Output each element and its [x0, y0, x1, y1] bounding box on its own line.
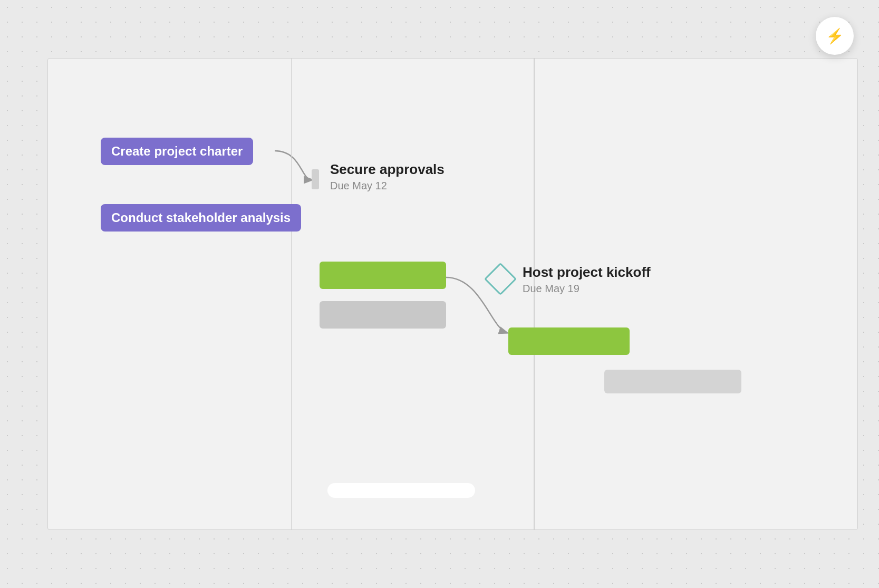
lightning-icon: ⚡: [826, 27, 844, 45]
task-create-charter[interactable]: Create project charter: [101, 138, 253, 165]
column-divider-1: [291, 59, 292, 529]
milestone-marker-approvals: [312, 169, 319, 189]
task-secure-approvals: Secure approvals Due May 12: [330, 161, 445, 192]
arrow-charter-to-approvals: [275, 151, 312, 180]
green-bar-1[interactable]: [320, 262, 446, 289]
arrows-layer: [48, 59, 857, 529]
gantt-canvas: Create project charter Conduct stakehold…: [47, 58, 858, 530]
task-host-kickoff: Host project kickoff Due May 19: [523, 264, 651, 295]
milestone-diamond-kickoff: [484, 263, 517, 295]
gray-bar-1[interactable]: [320, 301, 446, 329]
secure-approvals-due: Due May 12: [330, 180, 445, 192]
task-conduct-analysis[interactable]: Conduct stakeholder analysis: [101, 204, 301, 232]
task-conduct-analysis-label: Conduct stakeholder analysis: [111, 210, 291, 225]
gray-bar-2[interactable]: [604, 370, 741, 393]
host-kickoff-due: Due May 19: [523, 283, 651, 295]
horizontal-scrollbar[interactable]: [327, 483, 475, 498]
host-kickoff-title: Host project kickoff: [523, 264, 651, 281]
green-bar-2[interactable]: [508, 327, 630, 355]
secure-approvals-title: Secure approvals: [330, 161, 445, 178]
task-create-charter-label: Create project charter: [111, 144, 243, 158]
lightning-button[interactable]: ⚡: [816, 17, 854, 55]
